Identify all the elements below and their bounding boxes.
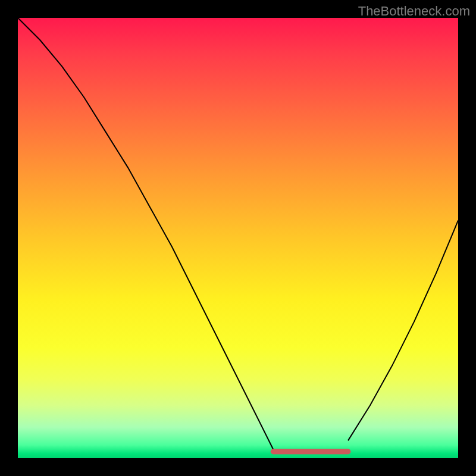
left-curve <box>18 18 273 449</box>
curve-layer <box>18 18 458 458</box>
right-curve <box>348 220 458 440</box>
chart-frame: TheBottleneck.com <box>0 0 476 476</box>
watermark-text: TheBottleneck.com <box>358 4 470 19</box>
plot-area <box>18 18 458 458</box>
